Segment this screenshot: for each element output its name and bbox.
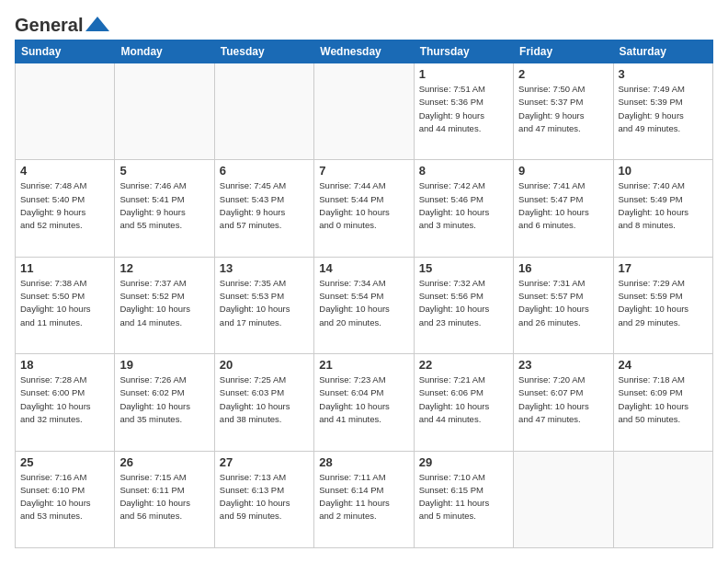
calendar-cell: 18Sunrise: 7:28 AM Sunset: 6:00 PM Dayli…	[16, 354, 115, 451]
day-number: 2	[518, 67, 608, 81]
weekday-header-sunday: Sunday	[16, 40, 115, 63]
calendar-cell: 11Sunrise: 7:38 AM Sunset: 5:50 PM Dayli…	[16, 257, 115, 353]
calendar-cell	[514, 451, 613, 547]
calendar-cell: 21Sunrise: 7:23 AM Sunset: 6:04 PM Dayli…	[314, 354, 414, 451]
calendar-cell: 12Sunrise: 7:37 AM Sunset: 5:52 PM Dayli…	[115, 257, 214, 353]
weekday-header-thursday: Thursday	[414, 40, 513, 63]
weekday-header-friday: Friday	[514, 40, 613, 63]
calendar-cell: 24Sunrise: 7:18 AM Sunset: 6:09 PM Dayli…	[613, 354, 712, 451]
day-number: 5	[119, 164, 209, 178]
day-info: Sunrise: 7:46 AM Sunset: 5:41 PM Dayligh…	[119, 179, 209, 232]
weekday-header-monday: Monday	[115, 40, 214, 63]
day-info: Sunrise: 7:10 AM Sunset: 6:15 PM Dayligh…	[419, 471, 508, 523]
header: General	[15, 15, 713, 32]
day-number: 24	[619, 358, 708, 372]
day-number: 16	[518, 261, 608, 275]
day-info: Sunrise: 7:42 AM Sunset: 5:46 PM Dayligh…	[419, 179, 508, 232]
day-info: Sunrise: 7:25 AM Sunset: 6:03 PM Dayligh…	[220, 373, 309, 426]
weekday-header-wednesday: Wednesday	[314, 40, 414, 63]
day-number: 20	[220, 358, 309, 372]
day-info: Sunrise: 7:48 AM Sunset: 5:40 PM Dayligh…	[20, 179, 109, 232]
calendar-cell: 1Sunrise: 7:51 AM Sunset: 5:36 PM Daylig…	[414, 63, 513, 160]
day-number: 18	[20, 358, 109, 372]
calendar-cell: 8Sunrise: 7:42 AM Sunset: 5:46 PM Daylig…	[414, 160, 513, 257]
calendar-cell: 16Sunrise: 7:31 AM Sunset: 5:57 PM Dayli…	[514, 257, 613, 353]
day-info: Sunrise: 7:16 AM Sunset: 6:10 PM Dayligh…	[20, 471, 109, 523]
day-number: 28	[319, 455, 408, 469]
day-info: Sunrise: 7:44 AM Sunset: 5:44 PM Dayligh…	[319, 179, 408, 232]
calendar-cell	[115, 63, 214, 160]
day-number: 9	[518, 164, 608, 178]
day-number: 14	[319, 261, 408, 275]
day-number: 12	[119, 261, 209, 275]
calendar-cell: 15Sunrise: 7:32 AM Sunset: 5:56 PM Dayli…	[414, 257, 513, 353]
calendar-cell: 2Sunrise: 7:50 AM Sunset: 5:37 PM Daylig…	[514, 63, 613, 160]
calendar-cell: 17Sunrise: 7:29 AM Sunset: 5:59 PM Dayli…	[613, 257, 712, 353]
calendar-table: SundayMondayTuesdayWednesdayThursdayFrid…	[15, 40, 713, 548]
day-number: 4	[20, 164, 109, 178]
day-number: 1	[419, 67, 508, 81]
calendar-cell: 9Sunrise: 7:41 AM Sunset: 5:47 PM Daylig…	[514, 160, 613, 257]
day-info: Sunrise: 7:18 AM Sunset: 6:09 PM Dayligh…	[619, 373, 708, 426]
weekday-header-saturday: Saturday	[613, 40, 712, 63]
calendar-cell: 3Sunrise: 7:49 AM Sunset: 5:39 PM Daylig…	[613, 63, 712, 160]
calendar-cell: 29Sunrise: 7:10 AM Sunset: 6:15 PM Dayli…	[414, 451, 513, 547]
day-number: 13	[220, 261, 309, 275]
day-info: Sunrise: 7:21 AM Sunset: 6:06 PM Dayligh…	[419, 373, 508, 426]
logo-icon	[84, 13, 111, 35]
day-number: 23	[518, 358, 608, 372]
day-info: Sunrise: 7:41 AM Sunset: 5:47 PM Dayligh…	[518, 179, 608, 232]
logo: General	[15, 15, 111, 32]
day-number: 22	[419, 358, 508, 372]
day-number: 15	[419, 261, 508, 275]
calendar-cell: 22Sunrise: 7:21 AM Sunset: 6:06 PM Dayli…	[414, 354, 513, 451]
day-info: Sunrise: 7:13 AM Sunset: 6:13 PM Dayligh…	[220, 471, 309, 523]
day-number: 11	[20, 261, 109, 275]
day-info: Sunrise: 7:20 AM Sunset: 6:07 PM Dayligh…	[518, 373, 608, 426]
day-info: Sunrise: 7:40 AM Sunset: 5:49 PM Dayligh…	[619, 179, 708, 232]
day-info: Sunrise: 7:11 AM Sunset: 6:14 PM Dayligh…	[319, 471, 408, 523]
calendar-cell	[314, 63, 414, 160]
calendar-cell: 25Sunrise: 7:16 AM Sunset: 6:10 PM Dayli…	[16, 451, 115, 547]
day-info: Sunrise: 7:34 AM Sunset: 5:54 PM Dayligh…	[319, 277, 408, 329]
calendar-cell: 4Sunrise: 7:48 AM Sunset: 5:40 PM Daylig…	[16, 160, 115, 257]
weekday-header-tuesday: Tuesday	[214, 40, 313, 63]
day-info: Sunrise: 7:37 AM Sunset: 5:52 PM Dayligh…	[119, 277, 209, 329]
day-info: Sunrise: 7:38 AM Sunset: 5:50 PM Dayligh…	[20, 277, 109, 329]
logo-text: General	[15, 15, 83, 36]
day-info: Sunrise: 7:28 AM Sunset: 6:00 PM Dayligh…	[20, 373, 109, 426]
calendar-cell: 5Sunrise: 7:46 AM Sunset: 5:41 PM Daylig…	[115, 160, 214, 257]
day-number: 29	[419, 455, 508, 469]
day-number: 19	[119, 358, 209, 372]
calendar-cell: 19Sunrise: 7:26 AM Sunset: 6:02 PM Dayli…	[115, 354, 214, 451]
day-number: 17	[619, 261, 708, 275]
day-number: 10	[619, 164, 708, 178]
calendar-cell: 23Sunrise: 7:20 AM Sunset: 6:07 PM Dayli…	[514, 354, 613, 451]
day-number: 8	[419, 164, 508, 178]
calendar-cell: 26Sunrise: 7:15 AM Sunset: 6:11 PM Dayli…	[115, 451, 214, 547]
calendar-cell: 13Sunrise: 7:35 AM Sunset: 5:53 PM Dayli…	[214, 257, 313, 353]
day-number: 7	[319, 164, 408, 178]
day-info: Sunrise: 7:31 AM Sunset: 5:57 PM Dayligh…	[518, 277, 608, 329]
day-info: Sunrise: 7:49 AM Sunset: 5:39 PM Dayligh…	[619, 83, 708, 135]
page: General SundayMondayTuesdayWednesdayThur…	[0, 0, 728, 563]
day-info: Sunrise: 7:15 AM Sunset: 6:11 PM Dayligh…	[119, 471, 209, 523]
day-info: Sunrise: 7:35 AM Sunset: 5:53 PM Dayligh…	[220, 277, 309, 329]
calendar-cell: 20Sunrise: 7:25 AM Sunset: 6:03 PM Dayli…	[214, 354, 313, 451]
day-number: 26	[119, 455, 209, 469]
day-info: Sunrise: 7:23 AM Sunset: 6:04 PM Dayligh…	[319, 373, 408, 426]
calendar-cell: 7Sunrise: 7:44 AM Sunset: 5:44 PM Daylig…	[314, 160, 414, 257]
day-number: 6	[220, 164, 309, 178]
day-info: Sunrise: 7:45 AM Sunset: 5:43 PM Dayligh…	[220, 179, 309, 232]
day-info: Sunrise: 7:29 AM Sunset: 5:59 PM Dayligh…	[619, 277, 708, 329]
day-info: Sunrise: 7:50 AM Sunset: 5:37 PM Dayligh…	[518, 83, 608, 135]
svg-marker-0	[85, 17, 109, 31]
day-number: 25	[20, 455, 109, 469]
calendar-cell: 27Sunrise: 7:13 AM Sunset: 6:13 PM Dayli…	[214, 451, 313, 547]
calendar-cell: 28Sunrise: 7:11 AM Sunset: 6:14 PM Dayli…	[314, 451, 414, 547]
day-info: Sunrise: 7:26 AM Sunset: 6:02 PM Dayligh…	[119, 373, 209, 426]
calendar-cell: 10Sunrise: 7:40 AM Sunset: 5:49 PM Dayli…	[613, 160, 712, 257]
day-number: 21	[319, 358, 408, 372]
day-number: 3	[619, 67, 708, 81]
day-number: 27	[220, 455, 309, 469]
